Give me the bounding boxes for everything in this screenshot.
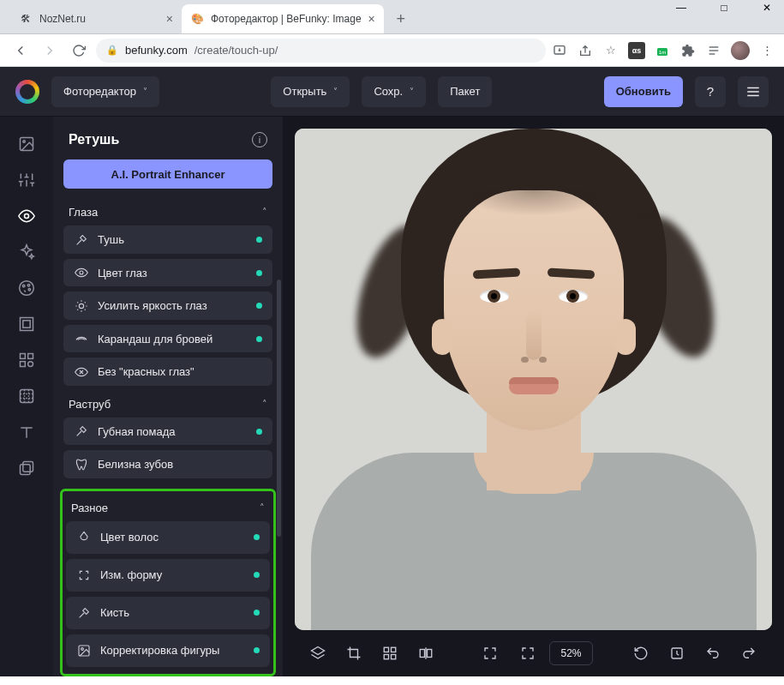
crop-icon[interactable]	[338, 638, 370, 669]
layers-icon[interactable]	[302, 638, 334, 669]
tool-label: Карандаш для бровей	[98, 333, 212, 346]
extensions-icon[interactable]	[679, 42, 697, 59]
rail-effects-icon[interactable]	[11, 237, 42, 267]
premium-dot-icon	[254, 534, 260, 540]
tool-label: Без "красных глаз"	[98, 365, 195, 378]
tab-close-icon[interactable]: ×	[368, 12, 375, 26]
body-icon	[76, 644, 92, 658]
tool-eye-color[interactable]: Цвет глаз	[63, 259, 272, 287]
upgrade-label: Обновить	[616, 85, 671, 98]
url-host: befunky.com	[125, 44, 188, 57]
tool-teeth-whiten[interactable]: Белизна зубов	[63, 450, 272, 478]
install-icon[interactable]	[551, 42, 568, 59]
url-field[interactable]: 🔒 befunky.com/create/touch-up/	[96, 39, 546, 63]
tool-body-shape[interactable]: Корректировка фигуры	[66, 634, 270, 667]
forward-button[interactable]	[38, 39, 62, 63]
address-bar: 🔒 befunky.com/create/touch-up/ ☆ αs 1m ⋮	[0, 34, 784, 67]
tool-label: Губная помада	[98, 425, 176, 438]
back-button[interactable]	[9, 39, 33, 63]
batch-button[interactable]: Пакет	[438, 76, 492, 107]
group-misc-header[interactable]: Разное ˄	[66, 495, 270, 521]
tool-lipstick[interactable]: Губная помада	[63, 418, 272, 446]
canvas[interactable]	[295, 129, 772, 630]
save-dropdown[interactable]: Сохр. ˅	[362, 76, 426, 107]
svg-point-22	[22, 285, 25, 287]
rail-text-icon[interactable]	[11, 417, 42, 448]
svg-rect-31	[21, 390, 33, 403]
editor-dropdown[interactable]: Фоторедактор ˅	[51, 76, 159, 107]
extension-icon[interactable]: αs	[628, 42, 645, 59]
extension-icon[interactable]: 1m	[654, 42, 671, 59]
fullscreen-icon[interactable]	[474, 638, 506, 669]
window-controls: — □ ✕	[671, 2, 777, 14]
zoom-level[interactable]: 52%	[549, 641, 592, 665]
svg-rect-42	[420, 650, 424, 658]
browser-tab-befunky[interactable]: 🎨 Фоторедактор | BeFunky: Image ×	[182, 4, 384, 33]
tooth-icon	[74, 458, 89, 472]
share-icon[interactable]	[577, 42, 594, 59]
tab-title: NozNet.ru	[39, 13, 159, 25]
fit-icon[interactable]	[512, 638, 544, 669]
browser-tab-bar: 🛠 NozNet.ru × 🎨 Фоторедактор | BeFunky: …	[0, 0, 784, 34]
rail-frames-icon[interactable]	[11, 309, 42, 339]
svg-rect-33	[21, 465, 31, 475]
premium-dot-icon	[254, 647, 260, 653]
group-label: Раструб	[69, 398, 111, 411]
batch-label: Пакет	[450, 85, 480, 98]
redo-icon[interactable]	[733, 638, 765, 669]
tool-red-eye[interactable]: Без "красных глаз"	[63, 358, 272, 386]
group-label: Разное	[71, 502, 108, 514]
undo-icon[interactable]	[697, 638, 729, 669]
profile-avatar[interactable]	[731, 41, 750, 60]
tool-hair-color[interactable]: Цвет волос	[66, 521, 270, 554]
ai-portrait-button[interactable]: A.I. Portrait Enhancer	[63, 159, 272, 189]
hamburger-button[interactable]	[738, 76, 769, 107]
tab-close-icon[interactable]: ×	[166, 12, 173, 26]
rail-graphics-icon[interactable]	[11, 345, 42, 376]
svg-rect-41	[392, 655, 396, 659]
info-icon[interactable]: i	[252, 132, 267, 147]
group-eyes-header[interactable]: Глаза ˄	[63, 199, 272, 225]
svg-point-23	[27, 284, 30, 286]
rail-sliders-icon[interactable]	[11, 165, 42, 195]
maximize-button[interactable]: □	[714, 2, 734, 14]
sidebar-scrollbar[interactable]	[277, 279, 281, 537]
menu-icon[interactable]: ⋮	[758, 42, 775, 59]
close-window-button[interactable]: ✕	[757, 2, 777, 14]
rail-artsy-icon[interactable]	[11, 273, 42, 303]
rail-image-icon[interactable]	[11, 129, 42, 159]
rail-layers-icon[interactable]	[11, 453, 42, 484]
history-icon[interactable]	[661, 638, 693, 669]
help-button[interactable]: ?	[695, 76, 726, 107]
tool-reshape[interactable]: Изм. форму	[66, 559, 270, 592]
help-icon: ?	[707, 84, 714, 99]
svg-point-34	[80, 271, 83, 274]
reset-icon[interactable]	[625, 638, 657, 669]
tool-brush[interactable]: Кисть	[66, 597, 270, 629]
rail-touchup-icon[interactable]	[11, 201, 42, 231]
tool-label: Белизна зубов	[98, 458, 173, 471]
befunky-logo-icon[interactable]	[15, 80, 39, 104]
star-icon[interactable]: ☆	[602, 42, 619, 59]
app-root: Фоторедактор ˅ Открыть ˅ Сохр. ˅ Пакет О…	[0, 67, 784, 676]
grid-icon[interactable]	[374, 638, 406, 669]
new-tab-button[interactable]: +	[389, 7, 413, 31]
rail-textures-icon[interactable]	[11, 381, 42, 412]
group-mouth-header[interactable]: Раструб ˄	[63, 391, 272, 418]
reload-button[interactable]	[67, 39, 91, 63]
compare-icon[interactable]	[410, 638, 442, 669]
chevron-up-icon: ˄	[262, 399, 267, 410]
browser-tab-noznet[interactable]: 🛠 NozNet.ru ×	[10, 4, 182, 33]
premium-dot-icon	[256, 270, 262, 276]
reading-list-icon[interactable]	[705, 42, 722, 59]
group-label: Глаза	[69, 206, 98, 219]
svg-point-35	[79, 303, 83, 308]
upgrade-button[interactable]: Обновить	[604, 76, 683, 107]
tool-eyebrow-pencil[interactable]: Карандаш для бровей	[63, 325, 272, 353]
tool-eye-brighten[interactable]: Усилить яркость глаз	[63, 291, 272, 320]
favicon-icon: 🛠	[19, 12, 33, 26]
minimize-button[interactable]: —	[671, 2, 691, 14]
chevron-up-icon: ˄	[260, 502, 265, 514]
open-dropdown[interactable]: Открыть ˅	[271, 76, 350, 107]
tool-mascara[interactable]: Тушь	[63, 225, 272, 254]
